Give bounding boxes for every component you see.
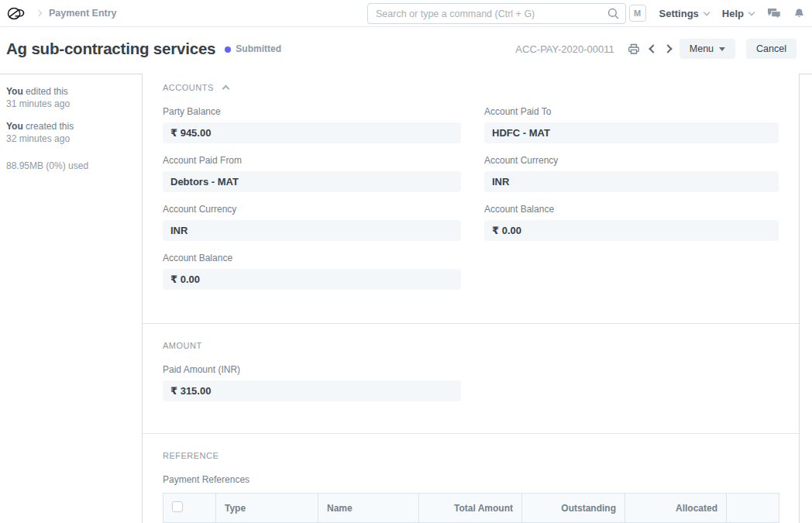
section-reference-head[interactable]: REFERENCE bbox=[163, 451, 779, 460]
field-account-currency-from: Account Currency INR bbox=[163, 204, 461, 241]
form-sidebar: You edited this 31 minutes ago You creat… bbox=[0, 74, 142, 523]
select-all-checkbox[interactable] bbox=[172, 501, 183, 512]
field-value: INR bbox=[163, 220, 461, 241]
navbar: Payment Entry M Settings Help bbox=[0, 0, 812, 27]
search-bar bbox=[367, 3, 626, 24]
field-account-balance-from: Account Balance ₹ 0.00 bbox=[163, 253, 461, 290]
help-label: Help bbox=[722, 8, 744, 19]
field-account-balance-to: Account Balance ₹ 0.00 bbox=[484, 204, 779, 241]
section-amount: AMOUNT Paid Amount (INR) ₹ 315.00 bbox=[143, 323, 799, 433]
page-body: You edited this 31 minutes ago You creat… bbox=[0, 74, 812, 523]
field-label: Account Paid From bbox=[163, 155, 461, 166]
search-icon bbox=[607, 8, 619, 22]
form-container: ACCOUNTS Party Balance ₹ 945.00 Account … bbox=[142, 74, 800, 523]
section-reference-title: REFERENCE bbox=[163, 451, 218, 460]
field-label: Account Balance bbox=[163, 253, 461, 263]
field-account-paid-from: Account Paid From Debtors - MAT bbox=[163, 155, 461, 192]
field-value: ₹ 0.00 bbox=[163, 269, 461, 290]
app-logo-icon[interactable] bbox=[6, 6, 26, 21]
field-value: ₹ 945.00 bbox=[163, 122, 461, 143]
navbar-left: Payment Entry bbox=[6, 6, 117, 21]
section-accounts-title: ACCOUNTS bbox=[163, 83, 214, 92]
accounts-right-column: Account Paid To HDFC - MAT Account Curre… bbox=[484, 106, 779, 301]
page-head-right: ACC-PAY-2020-00011 Menu Cancel bbox=[515, 39, 797, 59]
section-accounts: ACCOUNTS Party Balance ₹ 945.00 Account … bbox=[143, 74, 799, 323]
next-doc-icon[interactable] bbox=[663, 44, 672, 53]
col-total-amount: Total Amount bbox=[419, 494, 522, 523]
field-value: HDFC - MAT bbox=[484, 122, 779, 143]
doc-id: ACC-PAY-2020-00011 bbox=[515, 43, 614, 55]
storage-usage: 88.95MB (0%) used bbox=[6, 160, 136, 171]
navbar-right: M Settings Help bbox=[629, 5, 804, 22]
col-name: Name bbox=[318, 494, 419, 523]
section-accounts-head[interactable]: ACCOUNTS bbox=[163, 83, 779, 92]
status-badge: Submitted bbox=[236, 43, 281, 54]
field-label: Account Balance bbox=[484, 204, 779, 215]
field-label: Account Currency bbox=[484, 155, 779, 166]
field-label: Account Currency bbox=[163, 204, 461, 215]
cancel-button-label: Cancel bbox=[756, 43, 786, 54]
field-value: ₹ 315.00 bbox=[163, 380, 461, 401]
right-gutter bbox=[800, 74, 812, 523]
field-value: ₹ 0.00 bbox=[484, 220, 779, 241]
grid-header-row: Type Name Total Amount Outstanding Alloc… bbox=[163, 494, 779, 523]
print-icon[interactable] bbox=[626, 41, 642, 57]
page-head-left: Ag sub-contracting services Submitted bbox=[6, 40, 281, 58]
accounts-left-column: Party Balance ₹ 945.00 Account Paid From… bbox=[163, 106, 461, 301]
field-value: INR bbox=[484, 171, 779, 192]
created-line: You created this bbox=[6, 121, 136, 133]
menu-button[interactable]: Menu bbox=[680, 39, 735, 59]
field-account-currency-to: Account Currency INR bbox=[484, 155, 779, 192]
col-type: Type bbox=[216, 494, 318, 523]
chevron-down-icon bbox=[704, 9, 710, 15]
page-head: Ag sub-contracting services Submitted AC… bbox=[0, 27, 812, 74]
payment-references-label: Payment References bbox=[163, 474, 779, 485]
section-reference: REFERENCE Payment References Type Name bbox=[143, 433, 799, 523]
field-label: Account Paid To bbox=[484, 106, 779, 117]
cancel-button[interactable]: Cancel bbox=[746, 39, 797, 59]
created-info: You created this 32 minutes ago bbox=[6, 121, 136, 145]
chat-icon[interactable] bbox=[767, 8, 781, 19]
notifications-bell-icon[interactable] bbox=[794, 8, 804, 19]
edited-line: You edited this bbox=[6, 86, 136, 98]
field-label: Party Balance bbox=[163, 106, 461, 117]
field-label: Paid Amount (INR) bbox=[163, 364, 461, 375]
accounts-field-grid: Party Balance ₹ 945.00 Account Paid From… bbox=[163, 106, 779, 301]
page-title: Ag sub-contracting services bbox=[6, 40, 215, 58]
edited-when: 31 minutes ago bbox=[6, 98, 136, 111]
section-amount-title: AMOUNT bbox=[163, 341, 202, 350]
collapse-section-icon bbox=[222, 85, 229, 93]
col-allocated: Allocated bbox=[625, 494, 727, 523]
help-menu[interactable]: Help bbox=[722, 8, 754, 19]
edited-info: You edited this 31 minutes ago bbox=[6, 86, 136, 110]
caret-down-icon bbox=[719, 47, 725, 51]
app-root: Payment Entry M Settings Help bbox=[0, 0, 812, 523]
field-value: Debtors - MAT bbox=[163, 171, 461, 192]
field-paid-amount: Paid Amount (INR) ₹ 315.00 bbox=[163, 364, 461, 401]
status-dot bbox=[225, 46, 231, 53]
prev-doc-icon[interactable] bbox=[649, 44, 657, 53]
menu-button-label: Menu bbox=[690, 43, 714, 54]
amount-column: Paid Amount (INR) ₹ 315.00 bbox=[163, 364, 461, 401]
settings-label: Settings bbox=[659, 8, 699, 19]
col-outstanding: Outstanding bbox=[522, 494, 625, 523]
search-input[interactable] bbox=[367, 3, 626, 24]
settings-menu[interactable]: Settings bbox=[659, 8, 709, 19]
breadcrumb-chevron-icon bbox=[36, 10, 42, 16]
field-party-balance: Party Balance ₹ 945.00 bbox=[163, 106, 461, 143]
payment-references-table: Type Name Total Amount Outstanding Alloc… bbox=[163, 493, 779, 523]
chevron-down-icon bbox=[748, 9, 755, 15]
avatar[interactable]: M bbox=[629, 5, 646, 22]
section-amount-head[interactable]: AMOUNT bbox=[163, 341, 779, 350]
breadcrumb[interactable]: Payment Entry bbox=[49, 8, 117, 19]
created-when: 32 minutes ago bbox=[6, 133, 136, 146]
field-account-paid-to: Account Paid To HDFC - MAT bbox=[484, 106, 779, 143]
